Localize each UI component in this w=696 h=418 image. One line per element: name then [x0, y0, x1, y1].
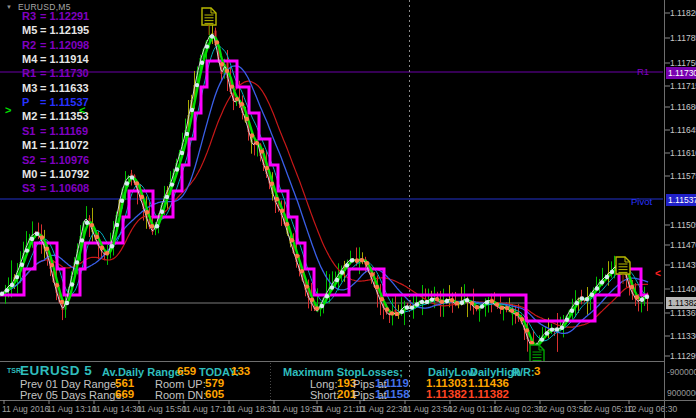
rr-label: R/R:: [512, 367, 535, 378]
price-chart-canvas[interactable]: [0, 0, 696, 418]
price-position-marker-left-icon: >: [5, 105, 11, 116]
chart-plot-area[interactable]: [0, 0, 663, 372]
rr-value: 3: [534, 366, 540, 378]
panel-symbol: EURUSD 5: [20, 364, 92, 378]
price-position-marker-right-icon: <: [79, 105, 85, 116]
subwindow-scale-bottom: 90000000: [667, 389, 696, 398]
sell-arrow-icon: <: [655, 269, 661, 279]
tsr-badge: TSR: [7, 367, 21, 374]
short-label: Short:: [310, 390, 339, 401]
chart-title: EURUSD,M5: [18, 3, 71, 12]
mt4-chart-window: ▼ EURUSD,M5 R3= 1.12291M5= 1.12195R2= 1.…: [0, 0, 696, 418]
collapse-triangle-icon[interactable]: ▼: [6, 4, 12, 10]
short-price: 1.1158: [375, 389, 410, 401]
today-value: 133: [231, 366, 250, 378]
roomdn-label: Room DN:: [155, 390, 206, 401]
prev05-label: Prev 05 Days Range:: [20, 390, 125, 401]
roomdn-value: 605: [205, 389, 224, 401]
dailyhigh-value2: 1.11382: [468, 389, 509, 401]
pivot-level-label: Pivot: [631, 197, 652, 207]
adr-value: 659: [177, 366, 196, 378]
r1-level-label: R1: [637, 67, 649, 77]
dailylow-value2: 1.11382: [426, 389, 467, 401]
note-object-icon[interactable]: [202, 8, 216, 35]
prev05-value: 669: [115, 389, 134, 401]
subwindow-scale-top: -9000000: [667, 368, 696, 377]
